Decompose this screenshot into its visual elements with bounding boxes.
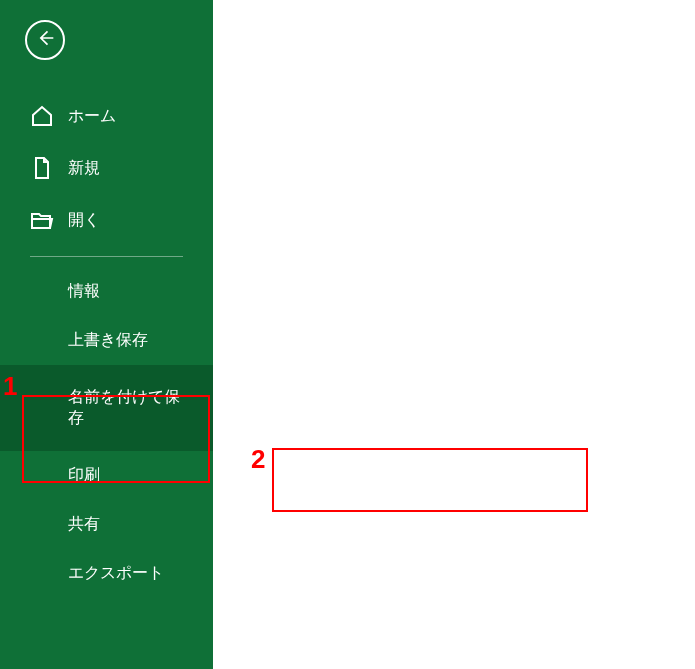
folder-open-icon bbox=[30, 208, 54, 232]
nav-open[interactable]: 開く bbox=[0, 194, 213, 246]
nav-label: 情報 bbox=[68, 281, 100, 302]
home-icon bbox=[30, 104, 54, 128]
back-button[interactable] bbox=[25, 20, 65, 60]
nav-export[interactable]: エクスポート bbox=[0, 549, 213, 598]
nav-label: エクスポート bbox=[68, 563, 164, 584]
nav-print[interactable]: 印刷 bbox=[0, 451, 213, 500]
file-icon bbox=[30, 156, 54, 180]
nav-save-as[interactable]: 名前を付けて保存 bbox=[0, 365, 213, 451]
callout-highlight-2 bbox=[272, 448, 588, 512]
nav-save[interactable]: 上書き保存 bbox=[0, 316, 213, 365]
nav-label: 名前を付けて保存 bbox=[68, 387, 193, 429]
nav-info[interactable]: 情報 bbox=[0, 267, 213, 316]
divider bbox=[30, 256, 183, 257]
nav-share[interactable]: 共有 bbox=[0, 500, 213, 549]
nav-label: ホーム bbox=[68, 106, 116, 127]
nav-new[interactable]: 新規 bbox=[0, 142, 213, 194]
nav-label: 新規 bbox=[68, 158, 100, 179]
nav-label: 上書き保存 bbox=[68, 330, 148, 351]
nav-label: 共有 bbox=[68, 514, 100, 535]
nav-label: 印刷 bbox=[68, 465, 100, 486]
nav-home[interactable]: ホーム bbox=[0, 90, 213, 142]
sidebar: ホーム 新規 開く 情報 上書き保存 名前を付 bbox=[0, 0, 213, 669]
nav-label: 開く bbox=[68, 210, 100, 231]
callout-number-2: 2 bbox=[251, 444, 265, 475]
arrow-left-icon bbox=[35, 28, 55, 52]
